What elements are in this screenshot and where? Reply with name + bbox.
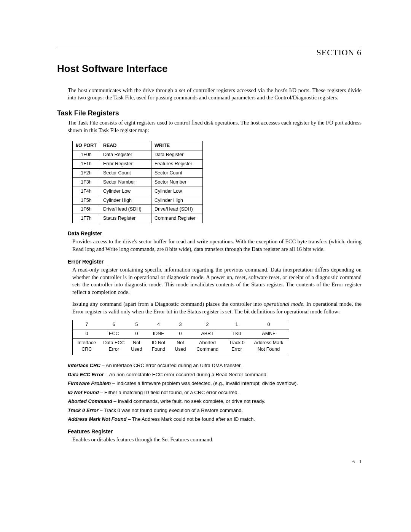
error-bit-table: 7 6 5 4 3 2 1 0 0 ECC 0 IDNF 0 ABRT TK0 … [72,320,289,355]
bit-num-row: 7 6 5 4 3 2 1 0 [73,320,289,329]
table-row: 1F0hData RegisterData Register [73,150,203,160]
def-firmware: Firmware Problem – Indicates a firmware … [68,380,362,387]
table-row: 1F6hDrive/Head (SDH)Drive/Head (SDH) [73,205,203,214]
features-register-body: Enables or disables features through the… [72,436,362,444]
def-amnf: Address Mark Not Found – The Address Mar… [68,416,362,423]
error-register-p2: Issuing any command (apart from a Diagno… [72,300,362,315]
task-file-table: I/O PORT READ WRITE 1F0hData RegisterDat… [72,141,203,223]
def-interface-crc: Interface CRC – An interface CRC error o… [68,362,362,369]
features-register-heading: Features Register [68,428,362,435]
data-register-heading: Data Register [68,230,362,237]
col-write: WRITE [151,141,202,150]
def-track0: Track 0 Error – Track 0 was not found du… [68,407,362,414]
bit-code-row: 0 ECC 0 IDNF 0 ABRT TK0 AMNF [73,329,289,339]
page-footer: 6 – 1 [57,459,362,465]
table-row: 1F1hError RegisterFeatures Register [73,160,203,169]
section-label: SECTION 6 [57,47,362,58]
table-header-row: I/O PORT READ WRITE [73,141,203,150]
def-aborted: Aborted Command – Invalid commands, writ… [68,398,362,405]
table-row: 1F3hSector NumberSector Number [73,177,203,187]
def-data-ecc: Data ECC Error – An non-correctable ECC … [68,371,362,378]
error-register-heading: Error Register [68,258,362,265]
table-row: 1F5hCylinder HighCylinder High [73,196,203,205]
error-register-p1: A read-only register containing specific… [72,266,362,296]
def-id-not-found: ID Not Found – Either a matching ID fiel… [68,389,362,396]
table-row: 1F4hCylinder LowCylinder Low [73,187,203,196]
task-file-intro: The Task File consists of eight register… [68,119,362,134]
page-title: Host Software Interface [57,62,362,75]
bit-desc-row: Interface CRC Data ECC Error Not Used ID… [73,339,289,355]
table-row: 1F2hSector CountSector Count [73,168,203,177]
col-io-port: I/O PORT [73,141,100,150]
table-row: 1F7hStatus RegisterCommand Register [73,214,203,223]
col-read: READ [100,141,151,150]
data-register-body: Provides access to the drive's sector bu… [72,238,362,253]
intro-paragraph: The host communicates with the drive thr… [68,87,362,102]
top-rule [57,46,362,46]
task-file-heading: Task File Registers [57,109,362,118]
